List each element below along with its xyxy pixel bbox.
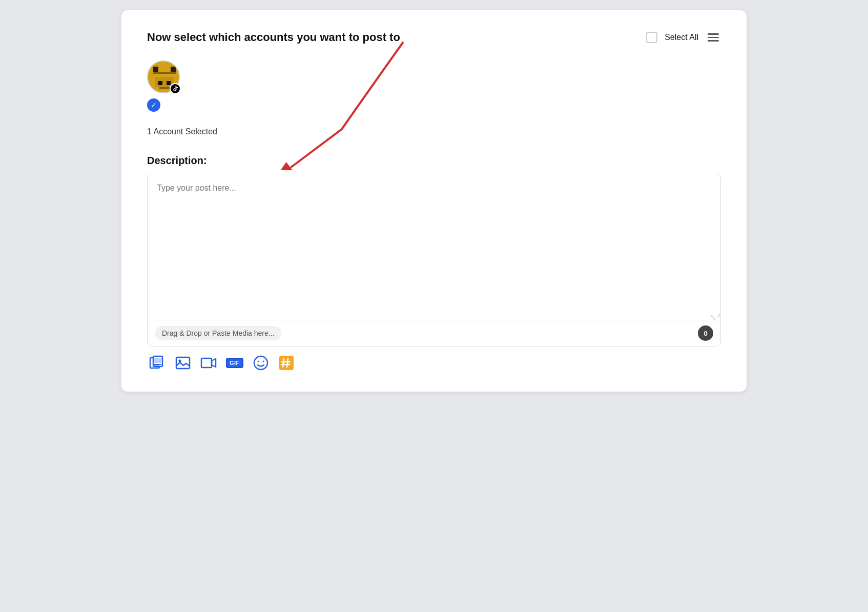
post-textarea[interactable] [148,174,720,318]
svg-point-17 [254,356,267,370]
accounts-section: ✓ 1 Account Selected [147,60,721,136]
description-section: Description: ⤡ Drag & Drop or Paste Medi… [147,155,721,371]
svg-rect-14 [176,357,190,369]
header-row: Now select which accounts you want to po… [147,31,721,44]
svg-point-18 [257,361,259,362]
menu-icon[interactable] [706,31,721,44]
video-icon[interactable] [200,355,217,371]
svg-rect-2 [171,67,176,72]
svg-rect-1 [153,67,158,72]
media-drop-bar: Drag & Drop or Paste Media here... 0 [148,320,720,346]
carousel-icon[interactable] [149,355,166,371]
tiktok-badge [170,83,181,94]
page-title: Now select which accounts you want to po… [147,31,400,44]
select-all-checkbox[interactable] [646,32,657,43]
gif-label[interactable]: GIF [226,358,243,368]
svg-point-19 [262,361,264,362]
svg-rect-7 [159,87,170,89]
svg-rect-6 [167,81,171,85]
header-controls: Select All [646,31,721,44]
char-count-badge: 0 [698,325,713,341]
image-icon[interactable] [175,355,191,371]
account-count: 1 Account Selected [147,127,721,136]
svg-rect-16 [201,358,212,368]
textarea-wrapper: ⤡ Drag & Drop or Paste Media here... 0 [147,174,721,346]
svg-rect-20 [279,356,294,370]
svg-rect-3 [153,72,176,74]
toolbar-row: GIF [147,355,721,371]
description-label: Description: [147,155,721,167]
svg-rect-11 [154,358,161,363]
media-drop-label: Drag & Drop or Paste Media here... [155,326,281,340]
select-all-label[interactable]: Select All [665,33,698,42]
gif-button[interactable]: GIF [226,358,243,368]
main-card: Now select which accounts you want to po… [121,10,747,392]
svg-rect-5 [158,81,162,85]
selected-checkmark: ✓ [147,98,160,112]
emoji-icon[interactable] [253,355,269,371]
account-avatar-wrapper[interactable]: ✓ [147,60,180,112]
hashtag-icon[interactable] [278,355,295,371]
resize-handle: ⤡ [710,313,716,321]
